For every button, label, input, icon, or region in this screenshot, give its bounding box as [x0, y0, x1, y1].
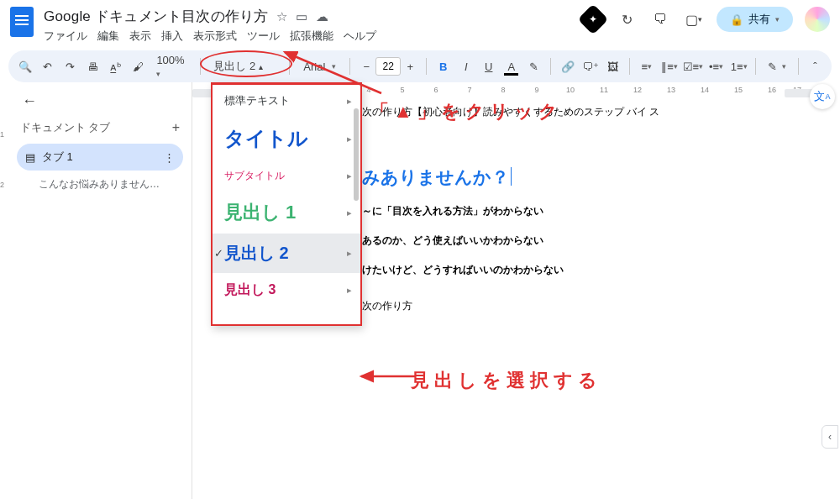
spellcheck-icon[interactable]: ᴀ̲ᵇ	[106, 55, 125, 77]
font-size-input[interactable]	[375, 57, 401, 76]
menu-bar: ファイル 編集 表示 挿入 表示形式 ツール 拡張機能 ヘルプ	[44, 29, 582, 44]
document-tab[interactable]: ▤ タブ 1 ⋮	[17, 144, 183, 171]
menu-edit[interactable]: 編集	[97, 29, 119, 44]
increase-size-button[interactable]: +	[401, 60, 419, 73]
highlight-button[interactable]: ✎	[524, 55, 543, 77]
collapse-toolbar-button[interactable]: ˆ	[806, 55, 825, 77]
share-button[interactable]: 🔒 共有 ▾	[717, 7, 793, 32]
print-icon[interactable]: 🖶	[83, 55, 102, 77]
editing-mode-button[interactable]: ✎ ▾	[763, 60, 791, 73]
dropdown-scrollbar[interactable]	[354, 108, 359, 318]
chevron-right-icon: ▸	[347, 171, 352, 181]
align-button[interactable]: ≡▾	[637, 55, 656, 77]
docs-app-icon[interactable]	[10, 7, 34, 37]
style-option-h2[interactable]: ✓ 見出し 2▸	[213, 234, 360, 273]
chevron-right-icon: ▸	[347, 285, 352, 296]
text-color-button[interactable]: A	[501, 55, 521, 77]
tab-icon: ▤	[25, 151, 35, 164]
style-option-label: 標準テキスト	[224, 93, 290, 108]
insert-comment-button[interactable]: 🗨⁺	[580, 55, 600, 77]
doc-line: 次の作り方【初心者向け】読みやすくするためのステップ バイ ス	[362, 106, 815, 118]
share-label: 共有	[748, 12, 770, 27]
doc-line: あるのか、どう使えばいいかわからない	[362, 234, 815, 248]
menu-ext[interactable]: 拡張機能	[290, 29, 333, 44]
title-bar: Google ドキュメント目次の作り方 ☆ ▭ ☁ ファイル 編集 表示 挿入 …	[0, 0, 840, 45]
star-icon[interactable]: ☆	[276, 9, 287, 24]
insert-image-button[interactable]: 🖼	[603, 55, 622, 77]
style-option-label: サブタイトル	[224, 169, 285, 183]
tab-more-icon[interactable]: ⋮	[164, 151, 175, 164]
account-avatar[interactable]	[805, 7, 830, 32]
style-option-label: 見出し 1	[224, 200, 296, 225]
font-size-stepper[interactable]: − +	[357, 57, 419, 76]
tab-label: タブ 1	[42, 150, 73, 165]
style-option-normal[interactable]: 標準テキスト▸	[213, 85, 360, 117]
redo-icon[interactable]: ↷	[60, 55, 80, 77]
menu-help[interactable]: ヘルプ	[344, 29, 376, 44]
style-option-title[interactable]: タイトル▸	[213, 117, 360, 160]
style-option-label: 見出し 2	[224, 242, 289, 265]
document-body[interactable]: 次の作り方【初心者向け】読みやすくするためのステップ バイ ス みありませんか？…	[362, 106, 815, 313]
menu-tools[interactable]: ツール	[247, 29, 280, 44]
chevron-down-icon: ▴	[259, 62, 263, 71]
style-option-subtitle[interactable]: サブタイトル▸	[213, 160, 360, 192]
doc-line: けたいけど、どうすればいいのかわからない	[362, 263, 815, 277]
decrease-size-button[interactable]: −	[357, 60, 375, 73]
checklist-button[interactable]: ☑≡▾	[683, 55, 704, 77]
left-sidebar: ← ドキュメント タブ + ▤ タブ 1 ⋮ こんなお悩みありません…	[12, 82, 192, 499]
annotation-arrow-2	[356, 351, 423, 385]
chevron-down-icon: ▾	[775, 15, 780, 24]
doc-heading-2[interactable]: みありませんか？	[362, 165, 815, 189]
lock-icon: 🔒	[730, 13, 743, 26]
line-spacing-button[interactable]: ‖≡▾	[659, 55, 679, 77]
paragraph-style-select[interactable]: 見出し 2 ▴	[207, 55, 282, 77]
insert-link-button[interactable]: 🔗	[558, 55, 577, 77]
menu-view[interactable]: 表示	[129, 29, 151, 44]
numbered-list-button[interactable]: 1≡▾	[729, 55, 748, 77]
undo-icon[interactable]: ↶	[38, 55, 57, 77]
search-icon[interactable]: 🔍	[15, 55, 34, 77]
gemini-icon[interactable]: ✦	[578, 4, 609, 35]
outline-item[interactable]: こんなお悩みありません…	[17, 171, 183, 198]
side-panel-toggle[interactable]: ‹	[822, 425, 838, 449]
bold-button[interactable]: B	[433, 55, 453, 77]
add-tab-button[interactable]: +	[172, 120, 180, 135]
chevron-right-icon: ▸	[347, 134, 352, 144]
cloud-status-icon[interactable]: ☁	[316, 9, 328, 24]
history-icon[interactable]: ↻	[616, 8, 638, 30]
menu-insert[interactable]: 挿入	[161, 29, 183, 44]
toolbar: 🔍 ↶ ↷ 🖶 ᴀ̲ᵇ 🖌 100% ▾ 見出し 2 ▴ Arial▾ − + …	[8, 50, 832, 82]
style-option-h3[interactable]: 見出し 3▸	[213, 273, 360, 307]
paint-format-icon[interactable]: 🖌	[129, 55, 148, 77]
chevron-right-icon: ▸	[347, 248, 352, 259]
paragraph-style-dropdown: 標準テキスト▸ タイトル▸ サブタイトル▸ 見出し 1▸ ✓ 見出し 2▸ 見出…	[211, 82, 362, 326]
sidebar-heading: ドキュメント タブ	[20, 121, 110, 135]
style-option-label: 見出し 3	[224, 281, 276, 299]
move-icon[interactable]: ▭	[296, 9, 307, 24]
chevron-right-icon: ▸	[347, 207, 352, 218]
style-option-h1[interactable]: 見出し 1▸	[213, 192, 360, 234]
doc-line: 次の作り方	[362, 299, 815, 313]
font-select[interactable]: Arial▾	[297, 60, 343, 73]
style-option-more[interactable]	[213, 307, 360, 324]
sidebar-back-button[interactable]: ←	[17, 89, 183, 118]
vertical-ruler: 1 2	[0, 101, 12, 499]
zoom-select[interactable]: 100% ▾	[151, 54, 192, 79]
meet-icon[interactable]: ▢▾	[683, 8, 705, 30]
italic-button[interactable]: I	[456, 55, 475, 77]
bulleted-list-button[interactable]: •≡▾	[706, 55, 726, 77]
chevron-right-icon: ▸	[347, 96, 352, 107]
comments-icon[interactable]: 🗨	[649, 8, 671, 30]
paragraph-style-value: 見出し 2	[213, 59, 255, 74]
annotation-text-2: 見出しを選択する	[411, 368, 602, 393]
document-canvas[interactable]: 45 67 89 1011 1213 1415 1617 18 文A 標準テキス…	[192, 82, 840, 499]
menu-format[interactable]: 表示形式	[193, 29, 237, 44]
text-cursor	[511, 167, 512, 186]
doc-line: ～に「目次を入れる方法」がわからない	[362, 204, 815, 218]
underline-button[interactable]: U	[479, 55, 498, 77]
document-title[interactable]: Google ドキュメント目次の作り方	[44, 7, 268, 26]
menu-file[interactable]: ファイル	[44, 29, 87, 44]
style-option-label: タイトル	[224, 125, 308, 152]
